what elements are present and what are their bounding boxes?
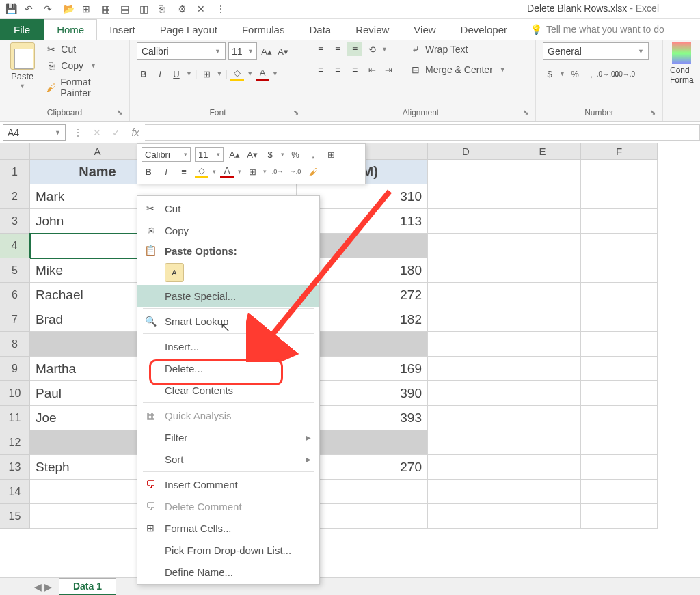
cell[interactable] — [581, 381, 658, 406]
tab-page-layout[interactable]: Page Layout — [148, 19, 230, 40]
cell[interactable] — [504, 258, 581, 283]
cell[interactable] — [504, 209, 581, 234]
ctx-paste-special[interactable]: Paste Special... — [137, 285, 319, 307]
tab-home[interactable]: Home — [44, 19, 97, 40]
cell[interactable] — [581, 430, 658, 455]
col-header-F[interactable]: F — [581, 143, 658, 160]
cell[interactable] — [428, 307, 504, 332]
format-painter-button[interactable]: 🖌Format Painter — [43, 75, 122, 100]
align-icon[interactable]: ≡ — [177, 165, 191, 178]
row-header[interactable]: 7 — [0, 307, 30, 332]
align-center-icon[interactable]: ≡ — [330, 63, 345, 77]
ctx-pick-list[interactable]: Pick From Drop-down List... — [137, 539, 319, 561]
select-all-corner[interactable] — [0, 143, 30, 160]
increase-font-icon[interactable]: A▴ — [260, 44, 273, 58]
decrease-font-icon[interactable]: A▾ — [276, 44, 290, 58]
cell[interactable] — [504, 430, 581, 455]
cell[interactable] — [428, 160, 504, 184]
row-header[interactable]: 1 — [0, 160, 30, 184]
cell[interactable] — [581, 455, 658, 480]
paste-option-all[interactable]: A — [165, 263, 184, 282]
row-header[interactable]: 8 — [0, 332, 30, 357]
qat-icon[interactable]: ⎘ — [159, 3, 171, 16]
tab-file[interactable]: File — [0, 19, 44, 40]
align-bottom-icon[interactable]: ≡ — [347, 42, 362, 56]
ctx-filter[interactable]: Filter▶ — [137, 426, 319, 448]
dialog-launcher-icon[interactable]: ⬊ — [293, 109, 303, 118]
enter-icon[interactable]: ✓ — [107, 127, 126, 138]
font-name-select[interactable]: Calibri▼ — [137, 42, 226, 60]
mini-font-select[interactable]: Calibri▾ — [142, 147, 191, 162]
cell[interactable] — [504, 480, 581, 504]
mini-size-select[interactable]: 11▾ — [195, 147, 224, 162]
dialog-launcher-icon[interactable]: ⬊ — [523, 109, 533, 118]
decrease-indent-icon[interactable]: ⇤ — [365, 63, 379, 77]
sheet-tab-active[interactable]: Data 1 — [59, 578, 116, 595]
cell[interactable] — [504, 455, 581, 480]
row-header[interactable]: 10 — [0, 381, 30, 406]
tab-data[interactable]: Data — [297, 19, 343, 40]
cell[interactable] — [581, 406, 658, 430]
italic-button[interactable]: I — [153, 67, 167, 81]
save-icon[interactable]: 💾 — [5, 3, 18, 16]
row-header[interactable]: 12 — [0, 430, 30, 455]
comma-icon[interactable]: , — [306, 148, 320, 161]
cell[interactable] — [581, 283, 658, 307]
cell[interactable] — [428, 357, 504, 381]
row-header[interactable]: 15 — [0, 504, 30, 529]
increase-font-icon[interactable]: A▴ — [228, 148, 241, 161]
ctx-format-cells[interactable]: ⊞Format Cells... — [137, 517, 319, 539]
borders-icon[interactable]: ⊞ — [245, 165, 259, 178]
bold-button[interactable]: B — [142, 165, 155, 178]
fill-color-button[interactable]: ◇ — [230, 67, 244, 81]
ctx-insert[interactable]: Insert... — [137, 335, 319, 357]
cut-button[interactable]: ✂Cut — [43, 42, 122, 56]
fx-icon[interactable]: fx — [126, 127, 145, 138]
cancel-icon[interactable]: ✕ — [88, 127, 107, 138]
decrease-decimal-icon[interactable]: .00→.0 — [617, 67, 631, 81]
cell[interactable] — [428, 406, 504, 430]
ctx-define-name[interactable]: Define Name... — [137, 561, 319, 583]
cell[interactable] — [428, 504, 504, 529]
cell[interactable] — [504, 357, 581, 381]
cell[interactable] — [581, 160, 658, 184]
ctx-sort[interactable]: Sort▶ — [137, 448, 319, 470]
row-header[interactable]: 3 — [0, 209, 30, 234]
row-header[interactable]: 4 — [0, 234, 30, 258]
format-painter-icon[interactable]: 🖌 — [306, 165, 320, 178]
cell[interactable] — [504, 307, 581, 332]
col-header-D[interactable]: D — [428, 143, 504, 160]
underline-button[interactable]: U — [170, 67, 183, 81]
italic-button[interactable]: I — [159, 165, 173, 178]
paste-button[interactable]: Paste ▼ — [7, 42, 38, 89]
tab-view[interactable]: View — [401, 19, 448, 40]
cell[interactable] — [504, 160, 581, 184]
copy-button[interactable]: ⎘Copy▼ — [43, 59, 122, 72]
cell[interactable] — [581, 184, 658, 209]
align-top-icon[interactable]: ≡ — [313, 42, 328, 56]
cell[interactable] — [428, 209, 504, 234]
row-header[interactable]: 11 — [0, 406, 30, 430]
cell[interactable] — [581, 307, 658, 332]
cell[interactable] — [504, 283, 581, 307]
bold-button[interactable]: B — [137, 67, 150, 81]
row-header[interactable]: 13 — [0, 455, 30, 480]
cell[interactable] — [581, 209, 658, 234]
dialog-launcher-icon[interactable]: ⬊ — [117, 109, 126, 118]
ctx-clear-contents[interactable]: Clear Contents — [137, 379, 319, 401]
tab-developer[interactable]: Developer — [448, 19, 520, 40]
cell[interactable] — [428, 455, 504, 480]
orientation-icon[interactable]: ⟲ — [365, 42, 379, 56]
accounting-icon[interactable]: $ — [263, 148, 277, 161]
wrap-text-button[interactable]: ⤶Wrap Text — [407, 42, 509, 56]
ctx-insert-comment[interactable]: 🗨Insert Comment — [137, 473, 319, 495]
row-header[interactable]: 2 — [0, 184, 30, 209]
ctx-cut[interactable]: ✂Cut — [137, 197, 319, 219]
borders-icon[interactable]: ⊞ — [324, 148, 338, 161]
cell[interactable] — [504, 184, 581, 209]
cell[interactable] — [428, 430, 504, 455]
row-header[interactable]: 9 — [0, 357, 30, 381]
open-icon[interactable]: 📂 — [63, 3, 75, 16]
fill-color-icon[interactable]: ◇ — [195, 165, 208, 178]
cell[interactable] — [428, 234, 504, 258]
